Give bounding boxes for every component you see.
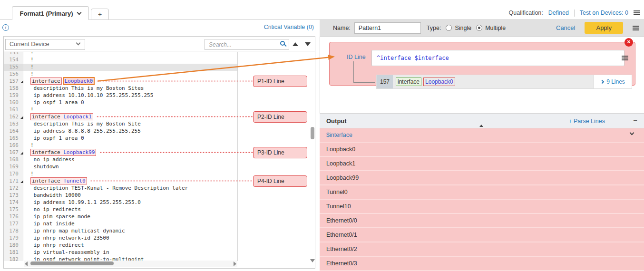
output-value-row: Loopback99 — [320, 171, 644, 185]
device-selector[interactable]: Current Device — [5, 39, 85, 50]
scroll-right-arrow[interactable] — [234, 261, 236, 266]
code-text: ip nhrp redirect — [23, 242, 237, 249]
horizontal-scrollbar[interactable] — [24, 261, 237, 267]
code-line[interactable]: 173 bandwidth 10000 — [4, 192, 315, 199]
radio-single[interactable] — [446, 25, 452, 31]
lines-count-label: 9 Lines — [606, 78, 625, 85]
pattern-badge[interactable]: P1-ID Line — [253, 76, 307, 87]
output-value-row: Tunnel10 — [320, 200, 644, 214]
code-text: ! — [23, 52, 237, 57]
code-text: interface Tunnel0 — [23, 178, 237, 185]
horizontal-scrollbar-thumb[interactable] — [30, 261, 114, 265]
pattern-badge[interactable]: P3-ID Line — [253, 147, 307, 158]
parse-lines-button[interactable]: + Parse Lines — [568, 118, 605, 125]
radio-multiple-label[interactable]: Multiple — [485, 25, 506, 31]
menu-icon[interactable] — [633, 26, 639, 30]
fold-marker-icon[interactable] — [20, 116, 23, 119]
code-line[interactable]: 164 ip address 8.8.8.8 255.255.255.255 — [4, 128, 315, 135]
selected-interface-token[interactable]: Loopback0 — [63, 77, 95, 85]
collapse-handle-icon[interactable] — [478, 116, 485, 125]
tab-format1[interactable]: Format1 (Primary) — [12, 6, 89, 20]
minimize-button[interactable]: − — [633, 116, 637, 124]
id-line-expression-input[interactable]: ^interface $interface — [371, 50, 624, 66]
line-number: 181 — [4, 249, 23, 256]
pattern-name-input[interactable] — [354, 22, 421, 34]
line-number: 176 — [4, 213, 23, 221]
tab-strip: Format1 (Primary) + — [0, 0, 320, 19]
search-icon[interactable] — [280, 41, 285, 46]
close-icon[interactable]: × — [624, 38, 633, 47]
radio-single-label[interactable]: Single — [455, 25, 471, 31]
line-number: 162 — [4, 114, 23, 121]
code-line[interactable]: 178 ip nhrp map multicast dynamic — [4, 228, 315, 235]
output-variable-row[interactable]: $interface — [320, 128, 644, 143]
fold-marker-icon[interactable] — [20, 152, 23, 155]
line-number: 182 — [4, 256, 23, 261]
fold-marker-icon[interactable] — [20, 180, 23, 183]
output-header: Output + Parse Lines − — [320, 113, 644, 128]
search-input[interactable] — [205, 39, 289, 50]
matched-line-row[interactable]: 157 interface Loopback0 9 Lines — [376, 75, 632, 89]
scroll-left-arrow[interactable] — [25, 261, 28, 266]
code-line[interactable]: 177 ip nat inside — [4, 221, 315, 228]
code-line[interactable]: 174 ip address 10.99.1.1 255.255.255.0 — [4, 199, 315, 206]
add-tab-button[interactable]: + — [91, 9, 109, 20]
qualification-value-link[interactable]: Defined — [548, 10, 569, 16]
line-number: 173 — [4, 192, 23, 199]
line-number: 179 — [4, 235, 23, 242]
output-values: Loopback0Loopback1Loopback99Tunnel0Tunne… — [320, 143, 644, 271]
cancel-button[interactable]: Cancel — [556, 24, 575, 31]
search-prev-button[interactable] — [293, 42, 298, 46]
expression-menu-icon[interactable] — [622, 56, 628, 60]
code-line[interactable]: 180 ip nhrp redirect — [4, 242, 315, 249]
code-line[interactable]: 176 ip pim sparse-mode — [4, 213, 315, 221]
line-number: 157 — [4, 78, 23, 85]
menu-icon[interactable] — [634, 10, 640, 15]
code-text: no ip address — [23, 156, 237, 164]
code-text: ip pim sparse-mode — [23, 213, 237, 221]
test-on-devices-link[interactable]: Test on Devices: 0 — [580, 10, 628, 16]
code-line[interactable]: 169 shutdown — [4, 164, 315, 171]
tab-format1-label: Format1 (Primary) — [20, 10, 73, 17]
pattern-badge[interactable]: P4-ID Line — [253, 175, 307, 187]
search-box — [205, 39, 289, 50]
expand-lines-link[interactable]: 9 Lines — [594, 75, 632, 88]
scroll-down-arrow[interactable] — [310, 259, 315, 262]
code-text: ! — [23, 142, 237, 149]
code-line[interactable]: 165 ip ospf 1 area 0 — [4, 135, 315, 142]
chevron-down-icon[interactable] — [630, 131, 634, 136]
chevron-down-icon[interactable] — [77, 10, 82, 15]
line-number: 161 — [4, 106, 23, 114]
line-number: 177 — [4, 221, 23, 228]
line-number: 174 — [4, 199, 23, 206]
line-number: 160 — [4, 99, 23, 106]
line-number: 163 — [4, 121, 23, 128]
line-number: 153 — [4, 52, 23, 57]
code-text: ip ospf 1 area 0 — [23, 99, 237, 106]
radio-multiple[interactable] — [476, 25, 482, 31]
matched-line-number: 157 — [377, 75, 393, 88]
fold-marker-icon[interactable] — [20, 80, 23, 83]
critical-variable-link[interactable]: Critical Variable (0) — [3, 24, 314, 30]
code-line[interactable]: 160 ip ospf 1 area 0 — [4, 99, 315, 106]
code-line[interactable]: 153! — [4, 52, 315, 57]
text-cursor — [34, 64, 34, 69]
code-text: interface Loopback99 — [23, 149, 237, 156]
apply-button[interactable]: Apply — [585, 22, 623, 34]
code-line[interactable]: 181 ip virtual-reassembly in — [4, 249, 315, 256]
code-text: ip ospf 1 area 0 — [23, 135, 237, 142]
code-line[interactable]: 175 no ip redirects — [4, 206, 315, 213]
code-text: shutdown — [23, 164, 237, 171]
line-number: 169 — [4, 164, 23, 171]
code-text: ip nat inside — [23, 221, 237, 228]
search-next-button[interactable] — [305, 42, 311, 46]
code-line[interactable]: 155! — [4, 64, 315, 71]
vertical-scrollbar-thumb[interactable] — [311, 127, 314, 139]
code-text: ip virtual-reassembly in — [23, 249, 237, 256]
code-line[interactable]: 154! — [4, 57, 315, 64]
code-line[interactable]: 179 ip nhrp network-id 23500 — [4, 235, 315, 242]
pattern-badge[interactable]: P2-ID Line — [253, 111, 307, 123]
code-line[interactable]: 159 ip address 10.10.10.10 255.255.255.2… — [4, 92, 315, 99]
code-text: interface Loopback1 — [23, 114, 237, 121]
code-text: ip address 10.99.1.1 255.255.255.0 — [23, 199, 237, 206]
